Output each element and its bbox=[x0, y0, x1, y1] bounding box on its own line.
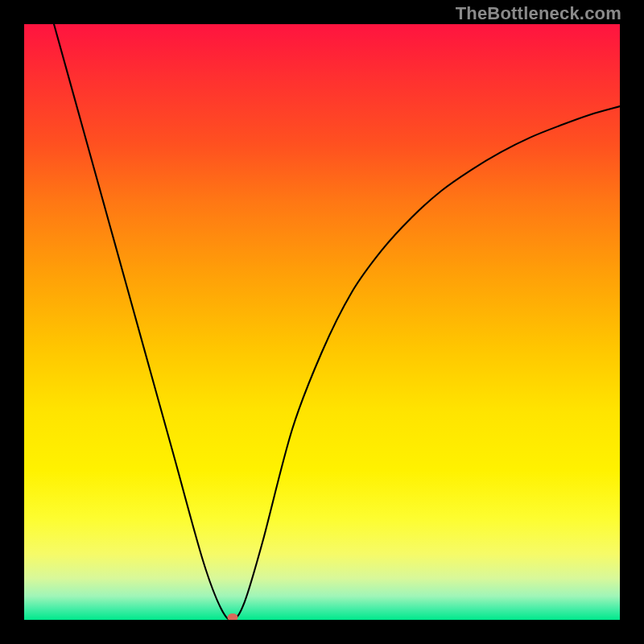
bottleneck-curve bbox=[54, 24, 620, 620]
optimum-marker bbox=[228, 613, 238, 620]
curve-svg bbox=[24, 24, 620, 620]
plot-area bbox=[24, 24, 620, 620]
chart-frame: TheBottleneck.com bbox=[0, 0, 644, 644]
watermark-text: TheBottleneck.com bbox=[456, 3, 621, 24]
